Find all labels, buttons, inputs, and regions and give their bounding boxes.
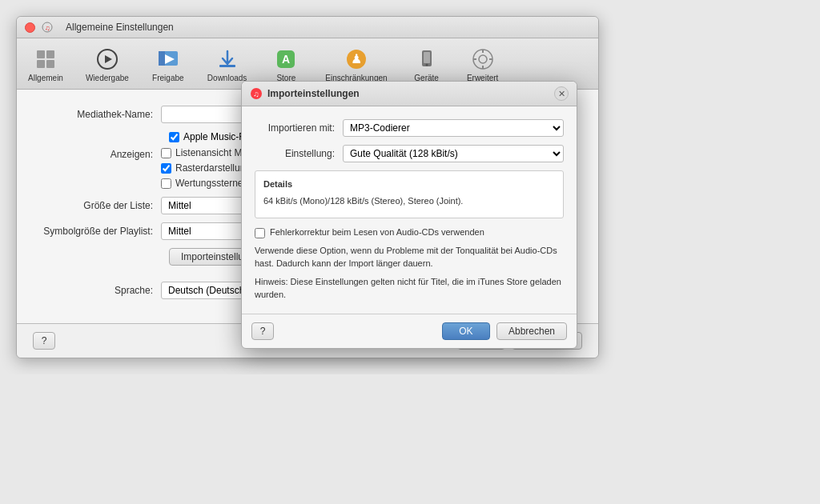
einstellung-select[interactable]: Hohe Qualität (160 kBit/s) Gute Qualität… bbox=[343, 145, 564, 162]
einschraenkungen-icon: ♟ bbox=[344, 46, 369, 72]
import-dialog-overlay: ♫ Importeinstellungen ✕ Importieren mit:… bbox=[241, 81, 577, 349]
einstellung-row: Einstellung: Hohe Qualität (160 kBit/s) … bbox=[255, 145, 564, 162]
importieren-row: Importieren mit: MP3-Codierer AAC-Codier… bbox=[255, 119, 564, 137]
geraete-icon bbox=[414, 46, 440, 72]
erweitert-icon bbox=[470, 46, 496, 72]
toolbar-item-wiedergabe[interactable]: Wiedergabe bbox=[74, 42, 140, 89]
listenansicht-checkbox[interactable] bbox=[161, 148, 171, 158]
wertungssterne-label: Wertungssterne bbox=[175, 178, 243, 189]
details-box: Details 64 kBit/s (Mono)/128 kBit/s (Ste… bbox=[255, 170, 564, 218]
svg-rect-3 bbox=[46, 50, 54, 58]
svg-text:♫: ♫ bbox=[45, 24, 50, 32]
mediathek-label: Mediathek-Name: bbox=[41, 109, 161, 120]
wertungssterne-checkbox[interactable] bbox=[161, 178, 171, 189]
rasterdarstellung-checkbox[interactable] bbox=[161, 163, 171, 174]
fehlerkorrektur-row: Fehlerkorrektur beim Lesen von Audio-CDs… bbox=[255, 226, 564, 238]
fehlerkorrektur-label: Fehlerkorrektur beim Lesen von Audio-CDs… bbox=[270, 226, 484, 238]
einstellung-label: Einstellung: bbox=[255, 148, 343, 159]
dialog-help-button[interactable]: ? bbox=[251, 322, 274, 340]
allgemein-label: Allgemein bbox=[28, 74, 63, 82]
svg-text:A: A bbox=[282, 53, 290, 66]
dialog-titlebar: ♫ Importeinstellungen ✕ bbox=[242, 82, 577, 106]
anzeigen-label: Anzeigen: bbox=[41, 147, 161, 160]
svg-marker-7 bbox=[105, 55, 112, 63]
freigabe-icon bbox=[155, 46, 181, 72]
verwende-text: Verwende diese Option, wenn du Probleme … bbox=[255, 245, 564, 270]
store-icon: A bbox=[273, 46, 299, 72]
svg-rect-17 bbox=[424, 52, 430, 63]
details-text: 64 kBit/s (Mono)/128 kBit/s (Stereo), St… bbox=[263, 194, 555, 208]
svg-rect-2 bbox=[37, 50, 45, 58]
svg-rect-11 bbox=[219, 65, 235, 67]
symbolgroesse-label: Symbolgröße der Playlist: bbox=[41, 226, 161, 237]
dialog-title-left: ♫ Importeinstellungen bbox=[250, 87, 360, 100]
dialog-bottom-right: OK Abbrechen bbox=[442, 322, 567, 340]
import-dialog: ♫ Importeinstellungen ✕ Importieren mit:… bbox=[241, 81, 577, 349]
wiedergabe-label: Wiedergabe bbox=[86, 74, 129, 82]
svg-rect-10 bbox=[159, 51, 165, 66]
dialog-abbrechen-button[interactable]: Abbrechen bbox=[496, 322, 567, 340]
hinweis-text: Hinweis: Diese Einstellungen gelten nich… bbox=[255, 276, 564, 301]
toolbar-item-freigabe[interactable]: Freigabe bbox=[140, 42, 196, 89]
sprache-label: Sprache: bbox=[41, 285, 161, 296]
close-button[interactable] bbox=[25, 22, 35, 33]
wiedergabe-icon bbox=[94, 46, 120, 72]
allgemein-icon bbox=[33, 46, 58, 72]
toolbar-item-allgemein[interactable]: Allgemein bbox=[17, 42, 74, 89]
fehlerkorrektur-checkbox[interactable] bbox=[255, 228, 265, 238]
downloads-icon bbox=[215, 46, 240, 72]
importieren-select[interactable]: MP3-Codierer AAC-Codierer AIFF-Codierer bbox=[343, 119, 564, 137]
dialog-itunes-icon: ♫ bbox=[250, 87, 263, 100]
help-button[interactable]: ? bbox=[33, 332, 55, 350]
dialog-bottom: ? OK Abbrechen bbox=[242, 314, 577, 348]
window-titlebar: ♫ Allgemeine Einstellungen bbox=[17, 17, 598, 38]
window-title: Allgemeine Einstellungen bbox=[66, 22, 174, 33]
svg-text:♟: ♟ bbox=[351, 52, 362, 66]
groesse-label: Größe der Liste: bbox=[41, 200, 161, 211]
dialog-close-button[interactable]: ✕ bbox=[554, 86, 569, 101]
apple-music-checkbox[interactable] bbox=[169, 132, 179, 142]
svg-rect-5 bbox=[46, 60, 54, 68]
details-label: Details bbox=[263, 178, 555, 191]
dialog-ok-button[interactable]: OK bbox=[442, 322, 490, 340]
dialog-title: Importeinstellungen bbox=[267, 88, 360, 99]
freigabe-label: Freigabe bbox=[152, 74, 183, 82]
main-settings-window: ♫ Allgemeine Einstellungen Allgemein bbox=[16, 16, 599, 358]
dialog-content: Importieren mit: MP3-Codierer AAC-Codier… bbox=[242, 106, 577, 314]
svg-point-18 bbox=[425, 64, 428, 66]
svg-rect-4 bbox=[37, 60, 45, 68]
svg-point-20 bbox=[479, 55, 487, 63]
importieren-label: Importieren mit: bbox=[255, 122, 343, 134]
svg-text:♫: ♫ bbox=[253, 90, 259, 98]
